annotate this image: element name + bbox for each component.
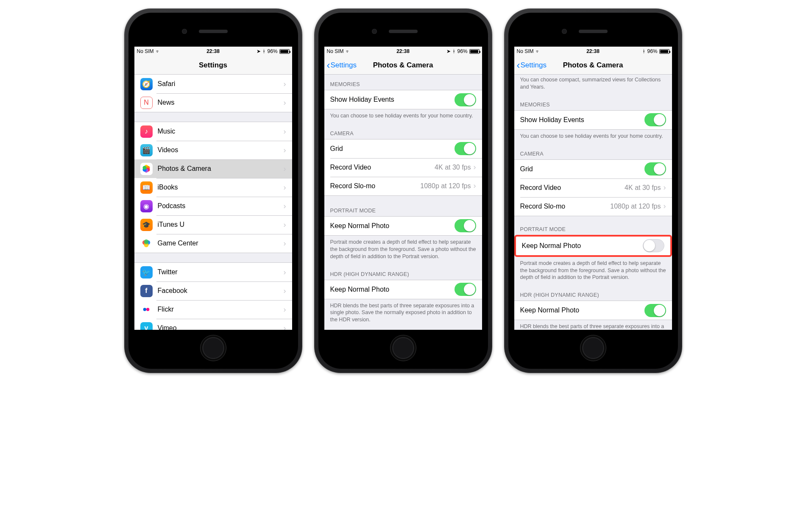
toggle-grid[interactable]: [644, 162, 666, 175]
cell-keep-normal-hdr[interactable]: Keep Normal Photo: [514, 301, 672, 320]
cell-news[interactable]: NNews›: [134, 93, 292, 112]
battery-percent: 96%: [267, 48, 277, 54]
cell-keep-normal-portrait[interactable]: Keep Normal Photo: [324, 217, 482, 235]
toggle-show-holiday[interactable]: [455, 93, 476, 106]
cell-record-slomo[interactable]: Record Slo-mo1080p at 120 fps›: [514, 197, 672, 216]
cell-videos[interactable]: 🎬Videos›: [134, 141, 292, 159]
camera-header: CAMERA: [514, 144, 672, 159]
toggle-grid[interactable]: [455, 142, 476, 155]
hdr-header: HDR (HIGH DYNAMIC RANGE): [514, 285, 672, 301]
navbar: ‹Settings Photos & Camera: [514, 56, 672, 75]
phone-frame-1: No SIMᯤ 22:38 ➤ᚼ96% Settings 🧭Safari› NN…: [124, 8, 302, 373]
svg-point-11: [146, 308, 149, 311]
news-icon: N: [140, 97, 153, 109]
photos-icon: [140, 163, 153, 175]
svg-point-9: [144, 240, 149, 244]
cell-keep-normal-hdr[interactable]: Keep Normal Photo: [324, 280, 482, 299]
cell-ibooks[interactable]: 📖iBooks›: [134, 178, 292, 197]
status-bar: No SIMᯤ 22:38 ➤ᚼ96%: [324, 47, 482, 56]
camera-header: CAMERA: [324, 124, 482, 139]
chevron-right-icon: ›: [284, 164, 286, 173]
cell-itunesu[interactable]: 🎓iTunes U›: [134, 215, 292, 234]
cell-keep-normal-portrait[interactable]: Keep Normal Photo: [516, 237, 670, 255]
holiday-footer: You can choose to see holiday events for…: [324, 109, 482, 124]
videos-icon: 🎬: [140, 144, 153, 156]
chevron-right-icon: ›: [474, 181, 476, 190]
home-button[interactable]: [200, 335, 226, 361]
cell-facebook[interactable]: fFacebook›: [134, 281, 292, 300]
cell-photos-camera[interactable]: Photos & Camera›: [134, 159, 292, 178]
svg-point-10: [143, 308, 146, 311]
svg-point-5: [142, 166, 146, 170]
status-time: 22:38: [206, 48, 220, 54]
battery-icon: [279, 49, 290, 54]
music-icon: ♪: [140, 125, 153, 138]
cell-record-video[interactable]: Record Video4K at 30 fps›: [514, 178, 672, 197]
bluetooth-icon: ᚼ: [262, 48, 265, 54]
vimeo-icon: v: [140, 322, 153, 330]
chevron-right-icon: ›: [284, 146, 286, 155]
facebook-icon: f: [140, 285, 153, 297]
hdr-footer: HDR blends the best parts of three separ…: [514, 320, 672, 330]
portrait-footer: Portrait mode creates a depth of field e…: [324, 236, 482, 265]
chevron-right-icon: ›: [284, 183, 286, 192]
toggle-keep-normal-portrait[interactable]: [455, 219, 476, 232]
toggle-keep-normal-hdr[interactable]: [455, 283, 476, 296]
home-button[interactable]: [580, 335, 606, 361]
cell-podcasts[interactable]: ◉Podcasts›: [134, 197, 292, 215]
toggle-show-holiday[interactable]: [644, 113, 666, 126]
cell-record-slomo[interactable]: Record Slo-mo1080p at 120 fps›: [324, 177, 482, 195]
wifi-icon: ᯤ: [535, 49, 540, 54]
hdr-footer: HDR blends the best parts of three separ…: [324, 299, 482, 328]
memories-header: MEMORIES: [324, 75, 482, 90]
cell-record-video[interactable]: Record Video4K at 30 fps›: [324, 158, 482, 177]
wifi-icon: ᯤ: [346, 49, 350, 54]
cell-safari[interactable]: 🧭Safari›: [134, 75, 292, 93]
back-button[interactable]: ‹Settings: [517, 61, 547, 70]
battery-percent: 96%: [457, 48, 467, 54]
screen-photos-camera: No SIMᯤ 22:38 ➤ᚼ96% ‹Settings Photos & C…: [324, 47, 482, 330]
hdr-header: HDR (HIGH DYNAMIC RANGE): [324, 265, 482, 280]
chevron-right-icon: ›: [474, 163, 476, 172]
phone-frame-2: No SIMᯤ 22:38 ➤ᚼ96% ‹Settings Photos & C…: [314, 8, 492, 373]
cell-music[interactable]: ♪Music›: [134, 122, 292, 141]
cell-vimeo[interactable]: vVimeo›: [134, 319, 292, 330]
ibooks-icon: 📖: [140, 181, 153, 194]
cell-gamecenter[interactable]: Game Center›: [134, 234, 292, 253]
battery-percent: 96%: [647, 48, 657, 54]
back-button[interactable]: ‹Settings: [327, 61, 357, 70]
cell-twitter[interactable]: 🐦Twitter›: [134, 263, 292, 281]
chevron-right-icon: ›: [284, 220, 286, 229]
memories-header: MEMORIES: [514, 95, 672, 110]
carrier-label: No SIM: [327, 48, 344, 54]
toggle-keep-normal-hdr[interactable]: [644, 304, 666, 317]
carrier-label: No SIM: [517, 48, 534, 54]
flickr-icon: [140, 304, 153, 316]
home-button[interactable]: [390, 335, 416, 361]
cell-grid[interactable]: Grid: [324, 139, 482, 158]
itunesu-icon: 🎓: [140, 219, 153, 231]
battery-icon: [469, 49, 480, 54]
page-title: Settings: [199, 61, 227, 70]
chevron-right-icon: ›: [284, 239, 286, 248]
chevron-right-icon: ›: [284, 268, 286, 277]
cell-show-holiday[interactable]: Show Holiday Events: [324, 90, 482, 109]
chevron-right-icon: ›: [284, 80, 286, 89]
location-icon: ➤: [257, 48, 261, 54]
chevron-right-icon: ›: [284, 202, 286, 211]
location-icon: ➤: [446, 48, 451, 54]
cell-show-holiday[interactable]: Show Holiday Events: [514, 111, 672, 129]
chevron-right-icon: ›: [664, 202, 666, 211]
screen-settings: No SIMᯤ 22:38 ➤ᚼ96% Settings 🧭Safari› NN…: [134, 47, 292, 330]
portrait-footer: Portrait mode creates a depth of field e…: [514, 257, 672, 286]
safari-icon: 🧭: [140, 78, 153, 90]
portrait-header: PORTRAIT MODE: [324, 196, 482, 216]
cell-grid[interactable]: Grid: [514, 160, 672, 178]
bluetooth-icon: ᚼ: [642, 48, 645, 54]
status-bar: No SIMᯤ 22:38 ➤ᚼ96%: [134, 47, 292, 56]
navbar: ‹Settings Photos & Camera: [324, 56, 482, 75]
cell-flickr[interactable]: Flickr›: [134, 300, 292, 319]
chevron-right-icon: ›: [284, 287, 286, 295]
twitter-icon: 🐦: [140, 266, 153, 279]
toggle-keep-normal-portrait[interactable]: [643, 239, 664, 252]
